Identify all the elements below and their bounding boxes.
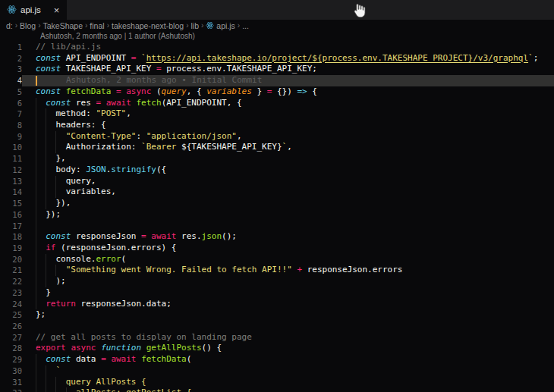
code-line[interactable]: 4Ashutosh, 2 months ago • Initial Commit	[0, 75, 554, 86]
gitlens-codelens[interactable]: Ashutosh, 2 months ago | 1 author (Ashut…	[0, 31, 554, 42]
line-number: 32	[0, 387, 22, 392]
code-line[interactable]: 27// get all posts to display on landing…	[0, 332, 554, 343]
code-line[interactable]: 14 variables,	[0, 187, 554, 198]
line-number: 26	[0, 321, 22, 332]
indent-guide	[36, 377, 36, 388]
code-token: res.	[176, 231, 201, 241]
code-line[interactable]: 22 );	[0, 276, 554, 287]
code-line[interactable]: 18 const responseJson = await res.json()…	[0, 231, 554, 243]
code-line[interactable]: 8 headers: {	[0, 120, 554, 131]
line-number: 29	[0, 354, 22, 365]
code-token: responseJson.data;	[76, 299, 172, 309]
line-number: 18	[0, 231, 22, 243]
code-token	[36, 231, 46, 241]
code-token	[61, 86, 66, 96]
breadcrumb-item[interactable]: api.js	[206, 21, 235, 30]
breadcrumb-item[interactable]: Blog	[20, 21, 36, 30]
code-token: json	[202, 231, 222, 241]
indent-guide	[36, 120, 36, 131]
code-line[interactable]: 31 query AllPosts {	[0, 377, 554, 388]
code-line[interactable]: 26	[0, 321, 554, 332]
code-line[interactable]: 3const TAKESHAPE_API_KEY = process.env.T…	[0, 64, 554, 75]
react-file-icon	[206, 21, 214, 30]
indent-guide	[36, 299, 36, 310]
code-line[interactable]: 30 `	[0, 365, 554, 377]
code-token: "Something went Wrong. Failed to fetch A…	[66, 265, 292, 274]
indent-guide	[36, 198, 36, 209]
indent-guide	[46, 176, 46, 187]
code-line[interactable]: 1// lib/api.js	[0, 42, 554, 53]
code-token: () {	[202, 343, 222, 353]
code-token: ,	[126, 108, 131, 118]
line-number: 31	[0, 377, 22, 388]
code-line[interactable]: 15 }),	[0, 198, 554, 209]
breadcrumb-item[interactable]: takeshape-next-blog	[112, 21, 184, 30]
code-line[interactable]: 13 query,	[0, 176, 554, 187]
code-token: JSON	[86, 165, 106, 174]
react-file-icon	[7, 5, 17, 16]
code-line[interactable]: 9 "Content-Type": "application/json",	[0, 131, 554, 143]
code-line[interactable]: 20 console.error(	[0, 254, 554, 265]
breadcrumb-item[interactable]: lib	[190, 21, 199, 30]
code-line[interactable]: 6 const res = await fetch(API_ENDPOINT, …	[0, 98, 554, 109]
code-token: data	[71, 354, 101, 364]
code-token: =	[101, 354, 106, 364]
code-token: stringify	[111, 165, 156, 174]
indent-guide	[55, 265, 56, 276]
code-line[interactable]: 21 "Something went Wrong. Failed to fetc…	[0, 265, 554, 276]
code-token: });	[36, 209, 61, 219]
code-token: await	[106, 98, 131, 108]
indent-guide	[36, 354, 36, 365]
code-token: variables,	[36, 187, 116, 196]
code-line[interactable]: 5const fetchData = async (query, { varia…	[0, 86, 554, 98]
code-line[interactable]: 19 if (responseJson.errors) {	[0, 243, 554, 254]
breadcrumb-separator-icon: ›	[186, 21, 188, 30]
code-token: );	[36, 276, 66, 286]
code-token: ();	[222, 231, 237, 241]
breadcrumb-separator-icon: ›	[38, 21, 40, 30]
indent-guide	[36, 108, 36, 120]
code-line[interactable]: 7 method: "POST",	[0, 108, 554, 120]
code-token: const	[46, 354, 71, 364]
line-number: 11	[0, 153, 22, 165]
code-line[interactable]: 12 body: JSON.stringify({	[0, 165, 554, 176]
breadcrumb-separator-icon: ›	[15, 21, 17, 30]
code-token	[36, 243, 46, 252]
code-line[interactable]: 10 Authorization: `Bearer ${TAKESHAPE_AP…	[0, 142, 554, 153]
line-number: 21	[0, 265, 22, 276]
code-token: =>	[297, 86, 307, 96]
code-line[interactable]: 2const API_ENDPOINT = `https://api.takes…	[0, 53, 554, 64]
indent-guide	[36, 153, 36, 165]
code-line[interactable]: 28export async function getAllPosts() {	[0, 343, 554, 354]
code-line[interactable]: 11 },	[0, 153, 554, 165]
code-line[interactable]: 17	[0, 221, 554, 232]
code-line[interactable]: 16 });	[0, 209, 554, 221]
code-token: variables	[206, 86, 252, 96]
code-line[interactable]: 29 const data = await fetchData(	[0, 354, 554, 365]
code-token: "Content-Type"	[66, 131, 137, 141]
tab-api-js[interactable]: api.js ×	[0, 0, 67, 20]
indent-guide	[55, 377, 56, 388]
tab-close-icon[interactable]: ×	[54, 5, 60, 15]
indent-guide	[36, 276, 36, 287]
code-line[interactable]: 25};	[0, 309, 554, 321]
line-number: 5	[0, 86, 22, 98]
breadcrumb-item[interactable]: d:	[6, 21, 13, 30]
code-token: method:	[36, 108, 96, 118]
code-line[interactable]: 32 allPosts: getPostList {	[0, 387, 554, 392]
code-token: query	[162, 86, 187, 96]
indent-guide	[55, 142, 56, 153]
code-line[interactable]: 23 }	[0, 287, 554, 299]
breadcrumb: d:›Blog›TakeShape›final›takeshape-next-b…	[0, 20, 554, 31]
indent-guide	[46, 165, 46, 176]
breadcrumb-item[interactable]: TakeShape	[42, 21, 83, 30]
code-token: https://api.takeshape.io/project/${proce…	[146, 53, 528, 63]
breadcrumb-item[interactable]: final	[90, 21, 104, 30]
indent-guide	[36, 187, 36, 198]
tab-label: api.js	[20, 5, 41, 14]
breadcrumb-item[interactable]: ...	[242, 21, 249, 30]
code-token	[36, 98, 46, 108]
code-token: (	[151, 86, 161, 96]
code-token: "POST"	[96, 108, 126, 118]
code-line[interactable]: 24 return responseJson.data;	[0, 299, 554, 310]
